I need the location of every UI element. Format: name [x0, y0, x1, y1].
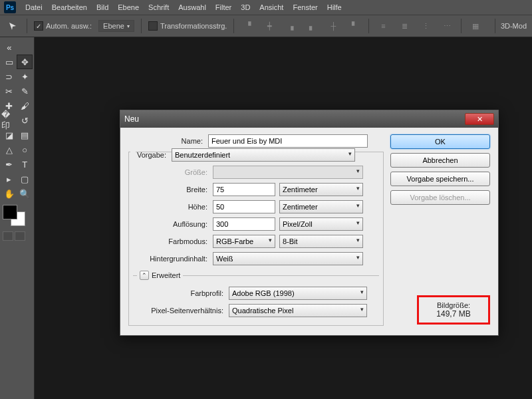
resolution-unit-dropdown[interactable]: Pixel/Zoll [279, 217, 363, 231]
save-preset-button[interactable]: Vorgabe speichern... [390, 172, 490, 186]
transform-controls-label: Transformationsstrg. [160, 22, 227, 30]
gradient-tool-icon[interactable]: ▤ [17, 128, 33, 142]
color-profile-dropdown[interactable]: Adobe RGB (1998) [229, 287, 367, 300]
distribute-3-icon[interactable]: ⋮ [418, 19, 433, 33]
marquee-tool-icon[interactable]: ▭ [1, 55, 17, 69]
height-field[interactable] [213, 200, 275, 213]
hand-tool-icon[interactable]: ✋ [1, 186, 17, 201]
menu-ebene[interactable]: Ebene [118, 3, 139, 11]
resolution-field[interactable] [213, 217, 275, 231]
pen-tool-icon[interactable]: ✒ [1, 157, 17, 172]
menu-hilfe[interactable]: Hilfe [327, 3, 342, 11]
bgcontent-label: Hintergrundinhalt: [133, 255, 213, 263]
width-label: Breite: [133, 186, 213, 194]
menu-fenster[interactable]: Fenster [293, 3, 317, 11]
foreground-color-swatch[interactable] [3, 205, 17, 219]
menu-bearbeiten[interactable]: Bearbeiten [52, 3, 87, 11]
advanced-group: ⌃ Erweitert Farbprofil: Adobe RGB (1998)… [133, 271, 379, 321]
lasso-tool-icon[interactable]: ⊃ [1, 69, 17, 84]
colormode-dropdown[interactable]: RGB-Farbe [213, 235, 275, 248]
name-field[interactable] [208, 134, 368, 148]
height-label: Höhe: [133, 203, 213, 211]
align-vcenter-icon[interactable]: ┿ [262, 19, 277, 33]
close-icon: ✕ [477, 115, 483, 124]
app-logo: Ps [4, 1, 16, 13]
brush-tool-icon[interactable]: 🖌 [17, 98, 33, 113]
align-right-icon[interactable]: ▘ [347, 19, 362, 33]
delete-preset-button: Vorgabe löschen... [390, 190, 490, 205]
pixel-aspect-dropdown[interactable]: Quadratische Pixel [229, 304, 367, 317]
image-size-readout: Bildgröße: 149,7 MB [417, 295, 490, 325]
new-document-dialog: Neu ✕ Name: Vorgabe: Benutzerdefiniert [120, 110, 499, 336]
distribute-4-icon[interactable]: ⋯ [440, 19, 454, 33]
dialog-titlebar[interactable]: Neu ✕ [120, 110, 498, 128]
name-label: Name: [128, 137, 208, 145]
cancel-button[interactable]: Abbrechen [390, 153, 490, 168]
options-bar: ✓ Autom. ausw.: Ebene▾ Transformationsst… [0, 15, 532, 37]
bgcontent-dropdown[interactable]: Weiß [213, 252, 363, 265]
close-button[interactable]: ✕ [465, 113, 494, 125]
aspect-label: Pixel-Seitenverhältnis: [137, 307, 229, 315]
align-left-icon[interactable]: ▖ [305, 19, 319, 33]
auto-select-checkbox[interactable]: ✓ Autom. ausw.: [34, 21, 92, 31]
image-size-value: 149,7 MB [426, 309, 481, 319]
move-tool-icon [5, 19, 20, 33]
shape-tool-icon[interactable]: ▢ [17, 172, 33, 186]
auto-align-icon[interactable]: ▦ [468, 19, 483, 33]
move-tool-icon[interactable]: ✥ [17, 55, 33, 69]
align-bottom-icon[interactable]: ▗ [283, 19, 298, 33]
type-tool-icon[interactable]: T [17, 157, 33, 172]
dialog-title: Neu [124, 114, 139, 124]
dodge-tool-icon[interactable]: ○ [17, 142, 33, 157]
image-size-label: Bildgröße: [426, 301, 481, 309]
magic-wand-tool-icon[interactable]: ✦ [17, 69, 33, 84]
size-dropdown [213, 166, 363, 179]
menu-bild[interactable]: Bild [96, 3, 108, 11]
resolution-label: Auflösung: [133, 220, 213, 228]
ok-button[interactable]: OK [390, 134, 490, 149]
collapse-arrows-icon[interactable]: « [1, 40, 17, 55]
auto-select-label: Autom. ausw.: [46, 22, 92, 30]
advanced-label: Erweitert [152, 271, 180, 279]
menu-bar: Ps Datei Bearbeiten Bild Ebene Schrift A… [0, 0, 532, 15]
menu-schrift[interactable]: Schrift [148, 3, 169, 11]
auto-select-target-dropdown[interactable]: Ebene▾ [98, 20, 134, 32]
distribute-2-icon[interactable]: ≣ [397, 19, 412, 33]
eyedropper-tool-icon[interactable]: ✎ [17, 84, 33, 98]
screenmode-toggle-icon[interactable] [15, 231, 25, 241]
transform-controls-checkbox[interactable]: Transformationsstrg. [148, 21, 227, 31]
menu-datei[interactable]: Datei [25, 3, 43, 11]
align-top-icon[interactable]: ▝ [241, 19, 255, 33]
color-swatches[interactable] [1, 205, 28, 229]
advanced-collapse-icon[interactable]: ⌃ [140, 271, 149, 280]
menu-filter[interactable]: Filter [215, 3, 231, 11]
blur-tool-icon[interactable]: △ [1, 142, 17, 157]
bitdepth-dropdown[interactable]: 8-Bit [279, 235, 363, 248]
crop-tool-icon[interactable]: ✂ [1, 84, 17, 98]
height-unit-dropdown[interactable]: Zentimeter [279, 200, 363, 213]
eraser-tool-icon[interactable]: ◪ [1, 128, 17, 142]
zoom-tool-icon[interactable]: 🔍 [17, 186, 33, 201]
size-label: Größe: [133, 168, 213, 176]
width-unit-dropdown[interactable]: Zentimeter [279, 183, 363, 196]
menu-ansicht[interactable]: Ansicht [259, 3, 283, 11]
distribute-1-icon[interactable]: ≡ [376, 19, 390, 33]
clone-stamp-tool-icon[interactable]: �印 [1, 113, 17, 128]
colormode-label: Farbmodus: [133, 237, 213, 245]
width-field[interactable] [213, 183, 275, 196]
path-select-tool-icon[interactable]: ▸ [1, 172, 17, 186]
preset-label: Vorgabe: [133, 151, 172, 159]
profile-label: Farbprofil: [137, 289, 229, 297]
menu-3d[interactable]: 3D [241, 3, 250, 11]
preset-group: Vorgabe: Benutzerdefiniert Größe: Breite… [128, 152, 384, 326]
align-hcenter-icon[interactable]: ┼ [326, 19, 340, 33]
preset-dropdown[interactable]: Benutzerdefiniert [172, 148, 355, 162]
history-brush-tool-icon[interactable]: ↺ [17, 113, 33, 128]
3d-mode-label[interactable]: 3D-Mod [501, 22, 527, 30]
menu-auswahl[interactable]: Auswahl [178, 3, 206, 11]
quickmask-toggle-icon[interactable] [3, 231, 13, 241]
tool-palette: « ▭ ✥ ⊃ ✦ ✂ ✎ ✚ 🖌 �印 ↺ ◪ ▤ △ ○ [0, 37, 35, 399]
